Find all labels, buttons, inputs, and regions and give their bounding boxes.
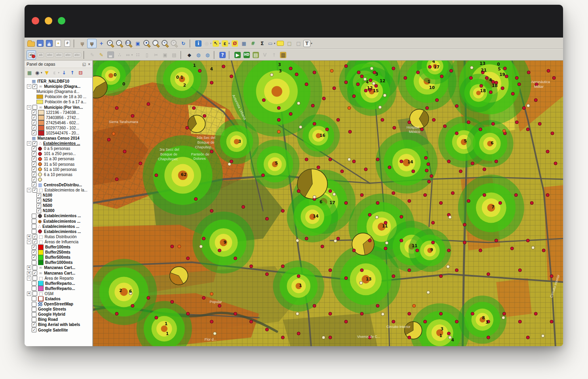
layer-row[interactable]: Población de 18 a 30 ... [26,94,92,99]
layer-checkbox[interactable] [32,229,36,234]
expander-icon[interactable]: - [27,105,31,110]
layer-row[interactable]: ▦ITER_NALDBF10 [26,79,92,84]
layer-checkbox[interactable]: ✓ [32,234,37,239]
zoom-to-layer-button[interactable]: ▪ [143,39,151,48]
layer-checkbox[interactable]: ✓ [32,157,36,161]
layer-row[interactable]: ✓▥CentrosDeDistribu... [26,182,92,188]
maximize-window-button[interactable] [58,17,65,25]
layer-row[interactable]: ✓N1000 [26,208,92,213]
expander-icon[interactable]: - [27,84,31,89]
zoom-in-button[interactable]: + [106,39,115,48]
open-attribute-table-button[interactable]: ▦ [240,39,248,48]
expander-icon[interactable]: - [27,276,31,280]
layer-checkbox[interactable] [32,291,37,296]
layer-row[interactable]: OpenStreetMap [26,301,92,307]
layer-checkbox[interactable]: ✓ [32,152,36,156]
layer-checkbox[interactable] [32,307,36,312]
layer-row[interactable]: +✓∞Manzanas Cart... [26,270,92,275]
expander-icon[interactable]: - [27,188,31,192]
layer-checkbox[interactable] [32,224,36,229]
layer-row[interactable]: ✓51 a 100 personas [26,167,92,172]
touch-zoom-pan-button[interactable]: ψ [78,39,87,48]
layer-checkbox[interactable]: ✓ [32,120,36,125]
expander-icon[interactable]: + [27,271,31,275]
composer-manager-button[interactable]: # [63,39,72,48]
layer-row[interactable]: ●Establecimientos ... [26,219,92,224]
layer-row[interactable]: +∞Manzanas Cart... [26,265,92,270]
plugin-installer-button[interactable]: ▶ [233,51,242,59]
layer-checkbox[interactable]: ✓ [36,203,41,208]
select-features-button[interactable]: ↖▾ [212,39,221,48]
layer-row[interactable]: Google Streets [26,307,92,312]
show-bookmarks-button[interactable]: □ [294,39,303,48]
layer-row[interactable]: ✓Buffer100mts [26,244,92,250]
layer-row[interactable]: Estados [26,296,92,301]
expander-icon[interactable]: + [27,265,31,270]
map-tips-button[interactable] [276,39,285,48]
layer-checkbox[interactable] [32,286,36,291]
layer-row[interactable]: ✓0 a 5 personas [26,146,92,151]
layer-checkbox[interactable]: ✓ [36,208,41,213]
layer-checkbox[interactable]: ✓ [32,125,36,130]
expander-icon[interactable]: - [27,141,31,146]
layer-row[interactable]: ✓1025442476 - 20... [26,131,92,136]
text-annotation-button[interactable]: T▾ [303,39,312,48]
layer-checkbox[interactable] [32,265,37,270]
expander-icon[interactable]: + [27,235,31,239]
layer-row[interactable]: ✓ [26,177,92,182]
search-basemap-button[interactable]: ◍ [203,51,212,59]
layer-checkbox[interactable]: ✓ [32,172,36,177]
layer-row[interactable]: ✓602977360 - 102... [26,125,92,131]
layer-row[interactable]: -✓□Áreas de Influencia [26,239,92,244]
current-edits-button[interactable]: ✎ [97,51,106,59]
layer-checkbox[interactable]: ✓ [32,115,36,120]
zoom-last-button[interactable]: < [161,39,169,48]
filter-legend-button[interactable]: ▼ [43,69,51,76]
layer-checkbox[interactable]: ✓ [32,110,36,115]
layer-row[interactable]: ▦Manzanas Censo 2014 [26,136,92,141]
refresh-button[interactable]: ↻ [179,39,188,48]
layer-row[interactable]: Población de 5 a 17 a... [26,99,92,104]
select-by-expression-button[interactable]: ε▾ [221,39,230,48]
manage-visibility-button[interactable]: ◉▾ [34,69,42,76]
hd-plugin-button[interactable]: HD [242,51,251,59]
layer-row[interactable]: ✓73403856 - 2742... [26,115,92,120]
layer-checkbox[interactable] [32,296,36,301]
close-panel-icon[interactable]: × [88,62,90,66]
minimize-window-button[interactable] [45,17,52,25]
layer-checkbox[interactable]: ✓ [32,271,37,275]
quickmap-tool-button[interactable]: ◆ [185,51,194,59]
layer-checkbox[interactable]: ✓ [32,167,36,172]
layer-checkbox[interactable]: ✓ [32,177,36,182]
zoom-full-button[interactable]: ▣ [133,39,142,48]
new-bookmark-button[interactable]: □ [285,39,294,48]
layer-row[interactable]: BufferReparto... [26,286,92,291]
layer-checkbox[interactable] [32,302,36,307]
layer-row[interactable]: -✓∞Municipio (Diagra... [26,84,92,89]
layer-row[interactable]: ✓274254546 - 602... [26,120,92,125]
pan-map-button[interactable]: ψ [87,39,97,48]
statistical-summary-button[interactable]: Σ [258,39,266,48]
layer-checkbox[interactable]: ✓ [32,239,37,244]
layer-checkbox[interactable] [32,281,36,286]
layer-checkbox[interactable] [32,260,36,265]
expand-all-button[interactable]: ↓ [60,69,68,76]
layer-row[interactable]: ✓N100 [26,193,92,198]
layer-checkbox[interactable]: ✓ [36,198,41,203]
zoom-out-button[interactable]: - [115,39,124,48]
close-window-button[interactable] [32,17,39,25]
zoom-to-selection-button[interactable] [152,39,160,48]
terrain-plugin-button[interactable]: ▤ [251,51,260,59]
layer-checkbox[interactable] [32,317,36,322]
add-group-button[interactable]: ▦ [26,69,33,76]
layer-row[interactable]: ✓6 a 10 personas [26,172,92,177]
layer-row[interactable]: Establecimientos ... [26,213,92,218]
measure-button[interactable]: ▭▾ [267,39,276,48]
help-button[interactable]: ? [218,51,227,59]
new-print-composer-button[interactable]: + [54,39,63,48]
layer-row[interactable]: BufferReparto... [26,281,92,286]
layer-row[interactable]: ✓N250 [26,198,92,203]
layer-checkbox[interactable]: ✓ [32,322,36,327]
db-manager-button[interactable]: ▥ [279,51,287,59]
layer-checkbox[interactable]: ✓ [32,245,36,250]
